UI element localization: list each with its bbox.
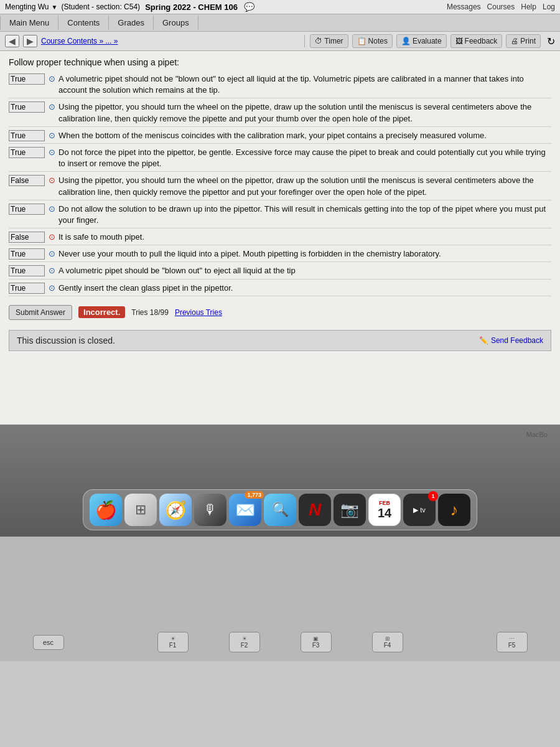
evaluate-button[interactable]: 👤 Evaluate [396, 34, 447, 48]
previous-tries-link[interactable]: Previous Tries [175, 308, 222, 317]
dock-facetime[interactable]: 📷 [334, 494, 366, 526]
answer-icon-8: ⊙ [49, 265, 55, 276]
question-row: TrueFalse⊙Using the pipettor, you should… [9, 175, 551, 200]
question-row: TrueFalse⊙A volumetric pipet should not … [9, 73, 551, 98]
timer-icon: ⏱ [315, 37, 322, 45]
calendar-date: FEB 14 [378, 500, 391, 520]
key-esc[interactable]: esc [33, 635, 64, 650]
answer-select-8[interactable]: TrueFalse [9, 265, 45, 276]
dock-notes[interactable]: N [299, 494, 331, 526]
key-f1[interactable]: ☀ F1 [157, 632, 189, 652]
user-suffix: ▼ [51, 4, 57, 11]
answer-section: Submit Answer Incorrect. Tries 18/99 Pre… [9, 305, 551, 320]
breadcrumb: Course Contents » ... » [41, 37, 299, 45]
answer-select-9[interactable]: TrueFalse [9, 283, 45, 294]
question-text-9: Gently insert the clean glass pipet in t… [58, 283, 551, 294]
question-text-0: A volumetric pipet should not be "blown … [58, 73, 551, 96]
question-row: TrueFalse⊙It is safe to mouth pipet. [9, 232, 551, 245]
key-f3[interactable]: ▣ F3 [301, 632, 332, 652]
refresh-icon[interactable]: ↻ [547, 35, 555, 47]
dock-finder[interactable]: 🍎 [90, 494, 122, 526]
answer-icon-9: ⊙ [49, 283, 55, 294]
dock-safari[interactable]: 🧭 [159, 494, 192, 526]
answer-select-5[interactable]: TrueFalse [9, 204, 45, 215]
key-f2[interactable]: ☀ F2 [229, 632, 260, 652]
answer-icon-0: ⊙ [49, 73, 55, 85]
send-feedback-icon: ✏️ [479, 336, 488, 345]
dock-atv[interactable]: ▶ tv 1 [403, 494, 436, 526]
key-f5[interactable]: ⋯ F5 [497, 632, 528, 652]
nav-left: Mengting Wu ▼ (Student - section: C54) S… [5, 2, 254, 12]
evaluate-icon: 👤 [401, 37, 411, 45]
answer-select-1[interactable]: TrueFalse [9, 101, 45, 113]
courses-link[interactable]: Courses [487, 2, 515, 11]
student-section: (Student - section: C54) [61, 2, 140, 11]
dock-launchpad[interactable]: ⊞ [124, 494, 157, 526]
dock-spotlight[interactable]: 🔍 [264, 494, 296, 526]
atv-badge: 1 [428, 491, 438, 501]
dock-area: MacBo 🍎 ⊞ 🧭 🎙 ✉️ 1,773 🔍 N [0, 425, 560, 537]
dock-siri[interactable]: 🎙 [194, 494, 226, 526]
question-row: TrueFalse⊙A volumetric pipet should be "… [9, 265, 551, 279]
keyboard-row: esc ☀ F1 ☀ F2 ▣ F3 ⊞ F4 ⋯ F5 [0, 629, 560, 655]
course-title: Spring 2022 - CHEM 106 [145, 2, 238, 12]
question-row: TrueFalse⊙Do not force the pipet into th… [9, 147, 551, 172]
send-feedback-label: Send Feedback [491, 336, 543, 345]
notes-button[interactable]: 📋 Notes [352, 34, 393, 48]
help-link[interactable]: Help [521, 2, 536, 11]
mac-dock: 🍎 ⊞ 🧭 🎙 ✉️ 1,773 🔍 N 📷 [83, 489, 477, 530]
timer-button[interactable]: ⏱ Timer [310, 34, 348, 48]
incorrect-badge: Incorrect. [78, 306, 125, 318]
discussion-closed-bar: This discussion is closed. ✏️ Send Feedb… [9, 330, 551, 351]
feedback-label: Feedback [465, 37, 498, 45]
answer-select-3[interactable]: TrueFalse [9, 147, 45, 158]
chat-icon: 💬 [244, 2, 254, 12]
breadcrumb-text[interactable]: Course Contents » ... » [41, 37, 118, 45]
answer-icon-6: ⊙ [49, 232, 55, 243]
submit-button[interactable]: Submit Answer [9, 305, 72, 320]
divider-1 [304, 35, 305, 47]
mac-bottom-text: MacBo [526, 431, 548, 438]
messages-link[interactable]: Messages [447, 2, 481, 11]
answer-icon-3: ⊙ [49, 147, 55, 158]
answer-select-7[interactable]: TrueFalse [9, 248, 45, 260]
user-name[interactable]: Mengting Wu [5, 2, 49, 11]
print-button[interactable]: 🖨 Print [506, 34, 541, 48]
answer-select-6[interactable]: TrueFalse [9, 232, 45, 243]
dock-mail[interactable]: ✉️ 1,773 [229, 494, 261, 526]
question-text-5: Do not allow the solution to be drawn up… [58, 204, 551, 226]
tab-contents[interactable]: Contents [58, 16, 109, 30]
question-row: TrueFalse⊙Using the pipettor, you should… [9, 101, 551, 126]
notes-icon: 📋 [357, 37, 366, 45]
forward-arrow[interactable]: ▶ [23, 35, 37, 47]
answer-select-4[interactable]: TrueFalse [9, 175, 45, 186]
log-link[interactable]: Log [543, 2, 555, 11]
dock-music[interactable]: ♪ [438, 494, 470, 526]
tries-info: Tries 18/99 [131, 308, 169, 317]
secondary-navigation: Main Menu Contents Grades Groups [0, 14, 560, 32]
answer-icon-1: ⊙ [49, 101, 55, 113]
question-text-3: Do not force the pipet into the pipettor… [58, 147, 551, 169]
question-text-4: Using the pipettor, you should turn the … [58, 175, 551, 197]
answer-icon-2: ⊙ [49, 130, 55, 141]
answer-select-2[interactable]: TrueFalse [9, 130, 45, 141]
tab-groups[interactable]: Groups [154, 16, 198, 30]
question-text-1: Using the pipettor, you should turn the … [58, 101, 551, 124]
send-feedback-button[interactable]: ✏️ Send Feedback [479, 336, 543, 345]
evaluate-label: Evaluate [413, 37, 442, 45]
answer-select-0[interactable]: TrueFalse [9, 73, 45, 85]
dock-calendar[interactable]: FEB 14 [368, 494, 401, 526]
notes-label: Notes [368, 37, 388, 45]
keyboard-area: esc ☀ F1 ☀ F2 ▣ F3 ⊞ F4 ⋯ F5 [0, 537, 560, 661]
answer-icon-5: ⊙ [49, 204, 55, 215]
tab-grades[interactable]: Grades [109, 16, 154, 30]
key-f4[interactable]: ⊞ F4 [372, 632, 403, 652]
top-navigation: Mengting Wu ▼ (Student - section: C54) S… [0, 0, 560, 14]
feedback-button[interactable]: 🖼 Feedback [450, 34, 503, 48]
question-text-7: Never use your mouth to pull the liquid … [58, 248, 551, 260]
toolbar: ◀ ▶ Course Contents » ... » ⏱ Timer 📋 No… [0, 32, 560, 51]
tab-main-menu[interactable]: Main Menu [0, 16, 58, 30]
question-row: TrueFalse⊙When the bottom of the meniscu… [9, 130, 551, 144]
back-arrow[interactable]: ◀ [5, 35, 19, 47]
nav-right: Messages Courses Help Log [447, 2, 555, 11]
